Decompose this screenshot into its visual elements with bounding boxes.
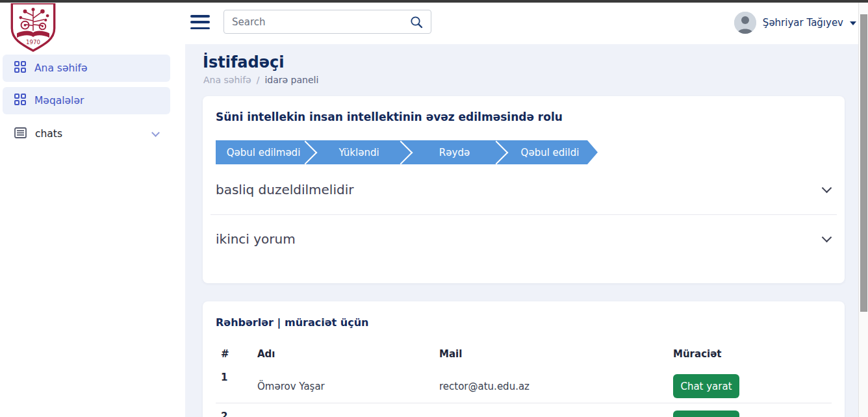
table-header-action: Müraciət: [673, 348, 722, 360]
step-rejected[interactable]: Qəbul edilmədi: [216, 140, 311, 164]
create-chat-button[interactable]: Chat yarat: [673, 374, 739, 398]
comment-accordion-item[interactable]: ikinci yorum: [216, 222, 830, 256]
comment-title: ikinci yorum: [216, 231, 296, 247]
breadcrumb-separator: /: [257, 75, 260, 85]
table-header-name: Adı: [257, 348, 275, 360]
hamburger-icon[interactable]: [190, 15, 210, 29]
breadcrumb: Ana səhifə / idarə paneli: [203, 75, 318, 85]
chevron-down-icon[interactable]: [822, 183, 832, 193]
app-window: Ana səhifə Məqalələr chats: [0, 0, 868, 417]
search-box: [223, 10, 431, 34]
sidebar-item-label: Məqalələr: [34, 95, 84, 107]
breadcrumb-home-link[interactable]: Ana səhifə: [203, 75, 251, 85]
table-row-mail: rector@atu.edu.az: [439, 381, 530, 392]
step-uploaded[interactable]: Yükləndi: [311, 140, 407, 164]
breadcrumb-current: idarə paneli: [264, 75, 318, 85]
divider: [211, 214, 837, 215]
status-stepper: Qəbul edilmədi Yükləndi Rəydə Qəbul edil…: [216, 140, 598, 164]
leaders-card-title: Rəhbərlər | müraciət üçün: [216, 316, 368, 329]
search-input[interactable]: [232, 16, 410, 28]
comment-title: basliq duzeldilmelidir: [216, 182, 353, 197]
top-strip: [0, 0, 868, 3]
divider: [216, 403, 832, 403]
logo-year: 1970: [26, 39, 40, 45]
caret-down-icon: [850, 21, 856, 25]
sidebar-item-chats[interactable]: chats: [3, 122, 170, 145]
user-avatar: [734, 12, 756, 34]
sidebar-item-home[interactable]: Ana səhifə: [3, 55, 170, 82]
table-row-name: Ömərov Yaşar: [257, 381, 325, 392]
leaders-card: Rəhbərlər | müraciət üçün # Adı Mail Mür…: [203, 301, 845, 417]
grid-icon: [14, 94, 26, 108]
sidebar-item-label: chats: [35, 128, 62, 140]
page-title: İstifadəçi: [203, 53, 284, 71]
article-title: Süni intellekin insan intellektinin əvəz…: [216, 110, 563, 123]
grid-icon: [14, 61, 26, 75]
table-row-num: 2: [221, 411, 227, 417]
table-row-num: 1: [221, 372, 227, 383]
article-status-card: Süni intellekin insan intellektinin əvəz…: [203, 96, 845, 283]
search-icon[interactable]: [410, 16, 423, 29]
scrollbar-thumb[interactable]: [860, 14, 867, 312]
chat-list-icon: [14, 127, 27, 141]
sidebar: Ana səhifə Məqalələr chats: [0, 3, 185, 417]
comment-accordion-item[interactable]: basliq duzeldilmelidir: [216, 173, 830, 207]
university-logo[interactable]: 1970: [9, 3, 57, 52]
chevron-down-icon: [151, 129, 160, 137]
user-menu[interactable]: Şəhriyar Tağıyev: [734, 11, 856, 34]
table-header-num: #: [221, 348, 229, 360]
table-header-mail: Mail: [439, 348, 462, 360]
vertical-scrollbar[interactable]: [858, 3, 868, 417]
sidebar-item-label: Ana səhifə: [34, 62, 88, 74]
step-accepted[interactable]: Qəbul edildi: [502, 140, 598, 164]
chevron-down-icon[interactable]: [822, 232, 832, 242]
user-name: Şəhriyar Tağıyev: [763, 17, 843, 29]
sidebar-item-articles[interactable]: Məqalələr: [3, 87, 170, 114]
step-in-review[interactable]: Rəydə: [407, 140, 502, 164]
create-chat-button[interactable]: Chat yarat: [673, 411, 739, 417]
